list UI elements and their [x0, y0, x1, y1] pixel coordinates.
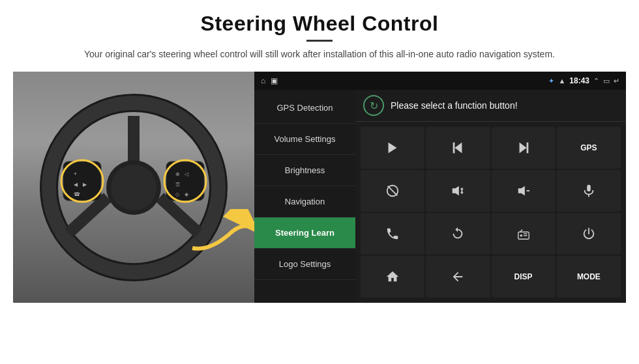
menu-item-logo-settings[interactable]: Logo Settings: [254, 249, 355, 280]
function-title: Please select a function button!: [391, 100, 518, 111]
svg-text:⊕: ⊕: [175, 171, 180, 177]
refresh-icon: ↻: [363, 95, 384, 116]
phone-button[interactable]: [361, 213, 424, 255]
back-button[interactable]: [426, 256, 490, 298]
svg-text:▶: ▶: [83, 182, 87, 188]
battery-icon: ▭: [603, 77, 610, 85]
svg-point-37: [520, 234, 522, 237]
gps-button[interactable]: GPS: [557, 127, 621, 169]
mode-button[interactable]: MODE: [557, 256, 621, 298]
svg-marker-28: [453, 186, 459, 196]
play-button[interactable]: [361, 127, 424, 169]
menu-item-navigation[interactable]: Navigation: [254, 186, 355, 217]
status-right: ✦ ▲ 18:43 ⌃ ▭ ↵: [548, 76, 619, 85]
svg-rect-23: [453, 143, 455, 154]
status-bar: ⌂ ▣ ✦ ▲ 18:43 ⌃ ▭ ↵: [254, 72, 626, 90]
svg-text:◁: ◁: [185, 171, 189, 177]
power-button[interactable]: [557, 213, 621, 255]
chevron-up-icon: ⌃: [593, 77, 599, 85]
svg-marker-22: [455, 143, 462, 154]
main-image-area: + ◀ ▶ ☎ ⊕ ◁ ☰ ◇ ◈: [13, 72, 626, 303]
vol-up-button[interactable]: [426, 170, 490, 212]
svg-marker-21: [389, 143, 397, 154]
screen-panel: ⌂ ▣ ✦ ▲ 18:43 ⌃ ▭ ↵ GPS DetectionVolume …: [254, 72, 626, 303]
svg-text:+: +: [74, 171, 77, 177]
svg-line-27: [388, 186, 398, 196]
title-divider: [306, 40, 333, 42]
radio-button[interactable]: [492, 213, 556, 255]
menu-item-volume-settings[interactable]: Volume Settings: [254, 124, 355, 155]
svg-text:◈: ◈: [185, 191, 189, 197]
svg-line-3: [68, 197, 108, 233]
home-button[interactable]: [361, 256, 424, 298]
signal-icon: ▲: [558, 77, 565, 85]
svg-rect-34: [587, 185, 591, 191]
svg-text:☰: ☰: [175, 182, 180, 188]
arrow-container: [189, 209, 254, 264]
function-header: ↻ Please select a function button!: [355, 90, 626, 122]
screen-content: GPS DetectionVolume SettingsBrightnessNa…: [254, 90, 626, 303]
svg-marker-24: [519, 143, 526, 154]
mute-button[interactable]: [361, 170, 424, 212]
prev-button[interactable]: [426, 127, 490, 169]
svg-point-6: [111, 165, 156, 210]
function-grid: GPS: [355, 122, 626, 303]
page-wrapper: Steering Wheel Control Your original car…: [0, 0, 639, 364]
arrow-svg: [189, 209, 254, 261]
title-section: Steering Wheel Control Your original car…: [84, 12, 555, 68]
svg-marker-32: [518, 186, 524, 196]
menu-item-steering-learn[interactable]: Steering Learn: [254, 217, 355, 249]
menu-item-gps-detection[interactable]: GPS Detection: [254, 92, 355, 124]
vol-down-button[interactable]: [492, 170, 556, 212]
subtitle: Your original car's steering wheel contr…: [84, 47, 555, 61]
image-status-icon: ▣: [271, 76, 278, 85]
home-status-icon: ⌂: [261, 76, 265, 85]
function-panel: ↻ Please select a function button!: [355, 90, 626, 303]
status-left: ⌂ ▣: [261, 76, 278, 85]
next-button[interactable]: [492, 127, 556, 169]
page-title: Steering Wheel Control: [84, 12, 555, 36]
steering-photo: + ◀ ▶ ☎ ⊕ ◁ ☰ ◇ ◈: [13, 72, 254, 303]
svg-text:◀: ◀: [74, 182, 78, 188]
menu-item-brightness[interactable]: Brightness: [254, 155, 355, 186]
mic-button[interactable]: [557, 170, 621, 212]
svg-text:☎: ☎: [74, 191, 80, 197]
svg-text:◇: ◇: [175, 191, 180, 197]
svg-rect-25: [526, 143, 528, 154]
bluetooth-icon: ✦: [548, 77, 554, 85]
disp-button[interactable]: DISP: [492, 256, 556, 298]
menu-panel: GPS DetectionVolume SettingsBrightnessNa…: [254, 90, 355, 303]
back-icon: ↵: [614, 77, 619, 85]
svg-rect-7: [63, 161, 101, 201]
status-time: 18:43: [569, 76, 589, 85]
rotate-button[interactable]: [426, 213, 490, 255]
steering-wheel-bg: + ◀ ▶ ☎ ⊕ ◁ ☰ ◇ ◈: [13, 72, 254, 303]
